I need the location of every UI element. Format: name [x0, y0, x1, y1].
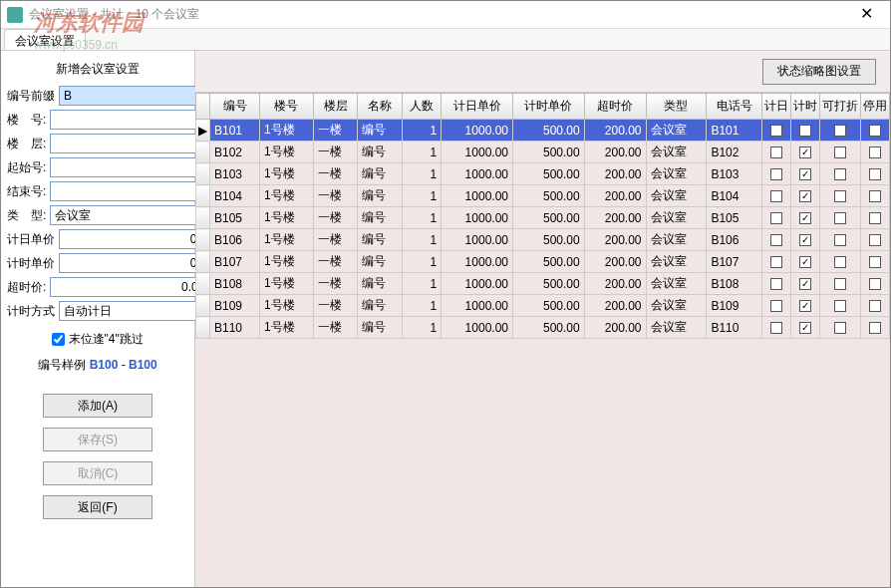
- content: 状态缩略图设置 编号楼号楼层名称人数计日单价计时单价超时价类型电话号计日计时可打…: [195, 51, 890, 587]
- method-label: 计时方式: [7, 303, 55, 320]
- checkbox-icon[interactable]: [869, 212, 881, 224]
- table-row[interactable]: B1031号楼一楼编号11000.00500.00200.00会议室B103✓: [196, 163, 890, 185]
- hourly-input[interactable]: [59, 253, 218, 273]
- checkbox-icon[interactable]: ✓: [799, 300, 811, 312]
- type-label: 类 型:: [7, 207, 46, 224]
- col-header[interactable]: 电话号: [707, 94, 762, 120]
- checkbox-icon[interactable]: [834, 147, 846, 158]
- checkbox-icon[interactable]: [834, 212, 846, 224]
- checkbox-icon[interactable]: [770, 278, 782, 290]
- checkbox-icon[interactable]: [869, 190, 881, 202]
- daily-label: 计日单价: [7, 231, 55, 248]
- table-row[interactable]: B1041号楼一楼编号11000.00500.00200.00会议室B104✓: [196, 185, 890, 207]
- col-header[interactable]: 名称: [358, 94, 403, 120]
- cancel-button[interactable]: 取消(C): [43, 461, 152, 485]
- col-header[interactable]: 楼号: [260, 94, 314, 120]
- checkbox-icon[interactable]: [770, 190, 782, 202]
- floor-label: 楼 层:: [7, 136, 46, 152]
- checkbox-icon[interactable]: [869, 322, 881, 334]
- add-button[interactable]: 添加(A): [43, 394, 152, 418]
- window-title: 会议室设置 - 共计：10 个会议室: [29, 6, 848, 23]
- type-select[interactable]: [50, 205, 209, 225]
- floor-input[interactable]: [50, 134, 209, 153]
- checkbox-icon[interactable]: ✓: [799, 278, 811, 290]
- checkbox-icon[interactable]: [834, 168, 846, 180]
- checkbox-icon[interactable]: [869, 278, 881, 290]
- checkbox-icon[interactable]: [770, 147, 782, 158]
- checkbox-icon[interactable]: [770, 168, 782, 180]
- grid[interactable]: 编号楼号楼层名称人数计日单价计时单价超时价类型电话号计日计时可打折停用 ▶B10…: [195, 93, 890, 587]
- skip4-checkbox[interactable]: [52, 333, 65, 346]
- col-header[interactable]: 停用: [861, 94, 890, 120]
- checkbox-icon[interactable]: ✓: [799, 234, 811, 246]
- hourly-label: 计时单价: [7, 255, 55, 272]
- prefix-input[interactable]: [59, 86, 218, 106]
- sidebar: 新增会议室设置 编号前缀 楼 号: ▲▼ 楼 层: ▲▼ 起始号: ▲▼ 结束号…: [1, 51, 195, 587]
- checkbox-icon[interactable]: [770, 322, 782, 334]
- col-header[interactable]: 人数: [403, 94, 442, 120]
- checkbox-icon[interactable]: ✓: [799, 168, 811, 180]
- col-header[interactable]: 计日单价: [442, 94, 513, 120]
- checkbox-icon[interactable]: [770, 256, 782, 268]
- checkbox-icon[interactable]: ✓: [799, 212, 811, 224]
- checkbox-icon[interactable]: ✓: [799, 147, 811, 158]
- tabbar: 会议室设置: [1, 29, 890, 51]
- checkbox-icon[interactable]: [869, 168, 881, 180]
- checkbox-icon[interactable]: [770, 300, 782, 312]
- checkbox-icon[interactable]: [770, 234, 782, 246]
- building-input[interactable]: [50, 110, 209, 130]
- checkbox-icon[interactable]: [834, 300, 846, 312]
- checkbox-icon[interactable]: ✓: [799, 125, 811, 137]
- save-button[interactable]: 保存(S): [43, 428, 152, 451]
- checkbox-icon[interactable]: ✓: [799, 190, 811, 202]
- daily-input[interactable]: [59, 229, 218, 249]
- checkbox-icon[interactable]: [869, 125, 881, 137]
- table-row[interactable]: ▶B1011号楼一楼编号11000.00500.00200.00会议室B101✓: [196, 120, 890, 142]
- checkbox-icon[interactable]: [834, 278, 846, 290]
- tab-room-settings[interactable]: 会议室设置: [4, 29, 86, 50]
- table-row[interactable]: B1051号楼一楼编号11000.00500.00200.00会议室B105✓: [196, 207, 890, 229]
- checkbox-icon[interactable]: [770, 212, 782, 224]
- table-row[interactable]: B1021号楼一楼编号11000.00500.00200.00会议室B102✓: [196, 142, 890, 163]
- checkbox-icon[interactable]: [834, 125, 846, 137]
- sample-row: 编号样例 B100 - B100: [7, 354, 188, 384]
- section-title: 新增会议室设置: [7, 57, 188, 86]
- checkbox-icon[interactable]: ✓: [799, 256, 811, 268]
- table-row[interactable]: B1101号楼一楼编号11000.00500.00200.00会议室B110✓: [196, 317, 890, 339]
- table-row[interactable]: B1091号楼一楼编号11000.00500.00200.00会议室B109✓: [196, 295, 890, 317]
- checkbox-icon[interactable]: [869, 300, 881, 312]
- building-label: 楼 号:: [7, 112, 46, 129]
- checkbox-icon[interactable]: [869, 234, 881, 246]
- table-row[interactable]: B1081号楼一楼编号11000.00500.00200.00会议室B108✓: [196, 273, 890, 295]
- method-select[interactable]: [59, 301, 218, 321]
- table-row[interactable]: B1071号楼一楼编号11000.00500.00200.00会议室B107✓: [196, 251, 890, 273]
- topbar: 状态缩略图设置: [195, 51, 890, 93]
- col-header[interactable]: 计日: [762, 94, 791, 120]
- status-thumb-button[interactable]: 状态缩略图设置: [762, 59, 876, 85]
- start-label: 起始号:: [7, 159, 46, 176]
- col-header[interactable]: 计时: [791, 94, 820, 120]
- app-icon: [7, 7, 23, 23]
- checkbox-icon[interactable]: [869, 256, 881, 268]
- back-button[interactable]: 返回(F): [43, 495, 152, 519]
- start-input[interactable]: [50, 157, 209, 177]
- col-header[interactable]: 计时单价: [513, 94, 585, 120]
- titlebar: 会议室设置 - 共计：10 个会议室 ✕: [1, 1, 890, 29]
- end-label: 结束号:: [7, 183, 46, 200]
- col-header[interactable]: 超时价: [584, 94, 646, 120]
- checkbox-icon[interactable]: [770, 125, 782, 137]
- checkbox-icon[interactable]: ✓: [799, 322, 811, 334]
- checkbox-icon[interactable]: [869, 147, 881, 158]
- checkbox-icon[interactable]: [834, 190, 846, 202]
- checkbox-icon[interactable]: [834, 234, 846, 246]
- col-header[interactable]: 可打折: [820, 94, 861, 120]
- overtime-input[interactable]: [50, 277, 209, 297]
- col-header[interactable]: 楼层: [313, 94, 358, 120]
- col-header[interactable]: 类型: [646, 94, 707, 120]
- checkbox-icon[interactable]: [834, 256, 846, 268]
- close-icon[interactable]: ✕: [848, 3, 884, 27]
- table-row[interactable]: B1061号楼一楼编号11000.00500.00200.00会议室B106✓: [196, 229, 890, 251]
- col-header[interactable]: 编号: [210, 94, 260, 120]
- end-input[interactable]: [50, 181, 209, 201]
- checkbox-icon[interactable]: [834, 322, 846, 334]
